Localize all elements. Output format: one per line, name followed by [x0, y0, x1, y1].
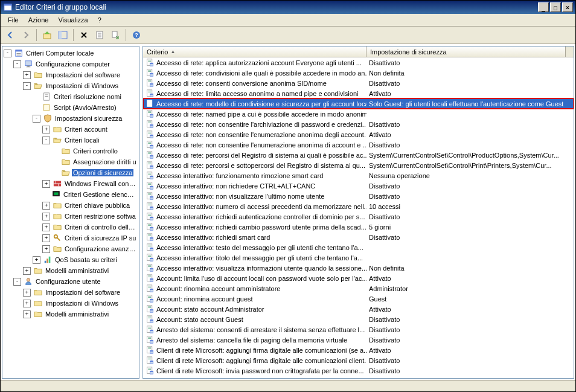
- list-body[interactable]: Accesso di rete: applica autorizzazioni …: [143, 57, 574, 378]
- policy-row[interactable]: Accesso interattivo: testo del messaggio…: [143, 242, 574, 252]
- minimize-button[interactable]: _: [538, 2, 549, 12]
- tree-sec-settings[interactable]: -Impostazioni sicurezza: [33, 113, 138, 124]
- menu-visualizza[interactable]: Visualizza: [53, 15, 92, 25]
- properties-button[interactable]: [92, 28, 107, 42]
- policy-row[interactable]: Account: rinomina account amministratore…: [143, 283, 574, 294]
- tree-sec-options[interactable]: Opzioni di sicurezza: [52, 167, 138, 178]
- policy-row[interactable]: Accesso di rete: non consentire l'enumer…: [143, 129, 574, 140]
- export-button[interactable]: [108, 28, 123, 42]
- tree-cfg-computer[interactable]: -Configurazione computer: [13, 59, 138, 69]
- policy-row[interactable]: Accesso interattivo: funzionamento rimoz…: [143, 170, 574, 181]
- policy-row[interactable]: Account: stato account AdministratorAtti…: [143, 304, 574, 314]
- policy-row[interactable]: Accesso interattivo: richiedi cambio pas…: [143, 222, 574, 232]
- expand-toggle[interactable]: -: [23, 82, 31, 90]
- tree-user-rights[interactable]: Assegnazione diritti u: [52, 156, 138, 167]
- expand-toggle[interactable]: +: [42, 180, 50, 188]
- expand-toggle[interactable]: +: [42, 213, 50, 220]
- column-impostazione[interactable]: Impostazione di sicurezza: [366, 47, 566, 57]
- policy-row[interactable]: Accesso di rete: percorsi del Registro d…: [143, 150, 574, 160]
- policy-row[interactable]: Account: stato account GuestDisattivato: [143, 314, 574, 324]
- expand-toggle[interactable]: -: [13, 278, 21, 286]
- column-criterio[interactable]: Criterio▲: [143, 47, 366, 57]
- policy-row[interactable]: Accesso interattivo: non visualizzare l'…: [143, 191, 574, 201]
- up-button[interactable]: [40, 28, 54, 42]
- tree-win-settings[interactable]: -Impostazioni di Windows: [23, 80, 138, 91]
- policy-row[interactable]: Arresto del sistema: consenti di arresta…: [143, 324, 574, 335]
- tree-admin-templates[interactable]: +Modelli amministrativi: [23, 265, 138, 276]
- policy-row[interactable]: Accesso interattivo: visualizza informaz…: [143, 263, 574, 273]
- policy-row[interactable]: Arresto del sistema: cancella file di pa…: [143, 335, 574, 345]
- close-button[interactable]: ×: [562, 2, 573, 12]
- expand-toggle[interactable]: +: [33, 256, 40, 264]
- policy-row[interactable]: Account: rinomina account guestGuest: [143, 294, 574, 304]
- policy-row[interactable]: Accesso interattivo: richiedi smart card…: [143, 232, 574, 242]
- policy-row[interactable]: Accesso di rete: condivisioni alle quali…: [143, 68, 574, 78]
- maximize-button[interactable]: □: [550, 2, 561, 12]
- menu-help[interactable]: ?: [93, 15, 106, 25]
- expand-toggle[interactable]: +: [23, 71, 31, 79]
- back-button[interactable]: [3, 28, 18, 42]
- expand-toggle[interactable]: -: [42, 137, 50, 144]
- policy-row[interactable]: Accesso di rete: consenti conversione an…: [143, 78, 574, 88]
- tree-audit-pol[interactable]: Criteri controllo: [52, 146, 138, 156]
- tree-scripts[interactable]: Script (Avvio/Arresto): [33, 102, 138, 113]
- tree-win-settings-u[interactable]: +Impostazioni di Windows: [23, 298, 138, 309]
- tree-pane[interactable]: -Criteri Computer locale-Configurazione …: [2, 46, 139, 379]
- tree-firewall[interactable]: +Windows Firewall con sic: [42, 178, 138, 189]
- policy-row[interactable]: Accesso di rete: percorsi e sottopercors…: [143, 160, 574, 170]
- policy-row[interactable]: Accesso di rete: modello di condivisione…: [143, 98, 574, 109]
- tree-local-pol[interactable]: -Criteri locali: [42, 135, 138, 146]
- policy-row[interactable]: Client di rete Microsoft: aggiungi firma…: [143, 355, 574, 365]
- expand-toggle[interactable]: +: [23, 289, 31, 297]
- svg-rect-64: [148, 121, 151, 122]
- tree-sw-settings-u[interactable]: +Impostazioni del software: [23, 287, 138, 298]
- expand-toggle[interactable]: -: [4, 50, 11, 57]
- policy-row[interactable]: Accesso interattivo: titolo del messaggi…: [143, 252, 574, 263]
- tree-icon: [53, 222, 62, 232]
- window-title: Editor Criteri di gruppo locali: [15, 3, 538, 11]
- expand-toggle[interactable]: +: [42, 234, 50, 242]
- policy-row[interactable]: Accesso interattivo: numero di accessi p…: [143, 201, 574, 211]
- tree-ipsec[interactable]: +Criteri di sicurezza IP su: [42, 233, 138, 243]
- tree-pubkey[interactable]: +Criteri chiave pubblica: [42, 200, 138, 211]
- policy-row[interactable]: Accesso di rete: non consentire l'enumer…: [143, 140, 574, 150]
- menu-file[interactable]: File: [3, 15, 24, 25]
- tree-name-res[interactable]: Criteri risoluzione nomi: [33, 91, 138, 102]
- policy-row[interactable]: Accesso di rete: non consentire l'archiv…: [143, 119, 574, 129]
- policy-row[interactable]: Accesso interattivo: richiedi autenticaz…: [143, 211, 574, 222]
- policy-row[interactable]: Accesso interattivo: non richiedere CTRL…: [143, 181, 574, 191]
- expand-toggle[interactable]: -: [33, 115, 40, 123]
- expand-toggle[interactable]: +: [42, 126, 50, 133]
- policy-row[interactable]: Accesso di rete: limita accesso anonimo …: [143, 88, 574, 98]
- policy-row[interactable]: Client di rete Microsoft: invia password…: [143, 365, 574, 376]
- menu-azione[interactable]: Azione: [24, 15, 54, 25]
- policy-row[interactable]: Account: limita l'uso di account locali …: [143, 273, 574, 283]
- tree-root[interactable]: -Criteri Computer locale: [4, 48, 138, 59]
- tree-admin-templates-u[interactable]: +Modelli amministrativi: [23, 309, 138, 320]
- expand-toggle[interactable]: -: [13, 60, 21, 68]
- expand-toggle[interactable]: +: [23, 267, 31, 275]
- tree-qos[interactable]: +QoS basata su criteri: [33, 254, 138, 265]
- forward-button[interactable]: [19, 28, 33, 42]
- policy-row[interactable]: Accesso di rete: named pipe a cui è poss…: [143, 109, 574, 119]
- help-button[interactable]: ?: [129, 28, 144, 42]
- tree-adv-audit[interactable]: +Configurazione avanzata: [42, 243, 138, 254]
- tree-cfg-user[interactable]: -Configurazione utente: [13, 276, 138, 287]
- expand-toggle[interactable]: +: [42, 223, 50, 231]
- delete-button[interactable]: [77, 28, 91, 42]
- tree-app-control[interactable]: +Criteri di controllo delle a: [42, 222, 138, 233]
- policy-icon: [146, 305, 154, 313]
- expand-toggle[interactable]: +: [42, 202, 50, 210]
- policy-row[interactable]: Client di rete Microsoft: aggiungi firma…: [143, 345, 574, 355]
- tree-account-pol[interactable]: +Criteri account: [42, 124, 138, 135]
- expand-toggle[interactable]: +: [23, 310, 31, 318]
- policy-icon: [146, 161, 154, 170]
- expand-toggle[interactable]: +: [23, 300, 31, 307]
- svg-rect-142: [150, 278, 153, 280]
- policy-row[interactable]: Accesso di rete: applica autorizzazioni …: [143, 57, 574, 68]
- tree-sw-settings[interactable]: +Impostazioni del software: [23, 69, 138, 80]
- tree-nlm[interactable]: Criteri Gestione elenco re: [42, 189, 138, 200]
- show-hide-tree-button[interactable]: [56, 28, 70, 42]
- tree-sw-restrict[interactable]: +Criteri restrizione softwa: [42, 211, 138, 222]
- expand-toggle[interactable]: +: [42, 245, 50, 253]
